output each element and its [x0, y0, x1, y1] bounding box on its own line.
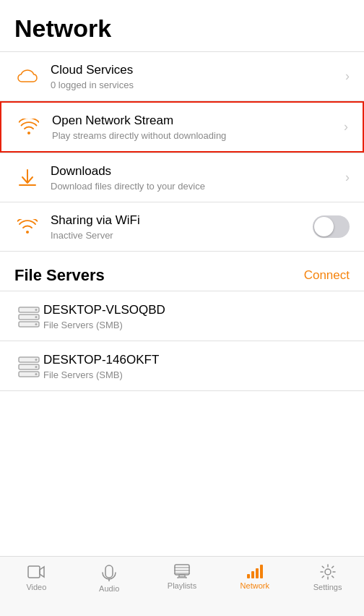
sharing-wifi-title: Sharing via WiFi: [51, 213, 313, 228]
server-2-icon: [14, 351, 43, 380]
network-stream-chevron: ›: [344, 119, 348, 134]
tab-playlists[interactable]: Playlists: [160, 564, 204, 590]
download-icon: [14, 165, 40, 191]
connect-button[interactable]: Connect: [304, 268, 350, 283]
svg-rect-16: [247, 574, 250, 578]
tab-settings[interactable]: Settings: [306, 564, 350, 591]
tab-bar: Video Audio Playlists Network: [0, 556, 364, 616]
sharing-wifi-subtitle: Inactive Server: [51, 230, 313, 241]
server-1-name: DESKTOP-VLSOQBD: [43, 302, 350, 318]
settings-tab-label: Settings: [313, 583, 342, 591]
cloud-services-title: Cloud Services: [51, 62, 339, 78]
sharing-toggle[interactable]: [313, 215, 350, 238]
cloud-icon: [14, 64, 40, 90]
server-2-type: File Servers (SMB): [43, 369, 350, 380]
cloud-services-chevron: ›: [345, 69, 350, 84]
svg-point-20: [325, 569, 331, 575]
settings-tab-icon: [320, 564, 336, 580]
page-title: Network: [0, 0, 364, 51]
svg-point-3: [35, 309, 38, 311]
audio-tab-icon: [102, 564, 116, 581]
sharing-wifi-item[interactable]: Sharing via WiFi Inactive Server: [0, 202, 364, 251]
content-area: Network Cloud Services 0 logged in servi…: [0, 0, 364, 556]
toggle-knob: [314, 217, 334, 236]
svg-point-11: [35, 373, 38, 375]
downloads-title: Downloads: [51, 163, 339, 179]
svg-rect-15: [178, 577, 186, 578]
audio-tab-label: Audio: [99, 584, 119, 593]
downloads-item[interactable]: Downloads Download files directly to you…: [0, 153, 364, 202]
network-stream-subtitle: Play streams directly without downloadin…: [52, 130, 338, 141]
tab-audio[interactable]: Audio: [87, 564, 131, 593]
svg-rect-19: [260, 565, 263, 578]
server-1-type: File Servers (SMB): [43, 320, 350, 330]
svg-rect-17: [251, 571, 254, 578]
network-tab-label: Network: [240, 581, 269, 590]
tab-network[interactable]: Network: [233, 564, 277, 590]
tab-video[interactable]: Video: [14, 564, 58, 591]
video-tab-label: Video: [26, 583, 46, 591]
divider-7: [0, 390, 364, 391]
svg-rect-12: [28, 566, 40, 578]
file-servers-title: File Servers: [14, 266, 105, 285]
server-2-name: DESKTOP-146OKFT: [43, 352, 350, 368]
svg-point-9: [35, 359, 38, 361]
server-1-icon: [14, 301, 43, 330]
wifi-icon: [14, 214, 40, 240]
network-stream-text: Open Network Stream Play streams directl…: [52, 113, 338, 141]
server-1-text: DESKTOP-VLSOQBD File Servers (SMB): [43, 302, 350, 330]
downloads-subtitle: Download files directly to your device: [51, 181, 339, 192]
open-network-stream-item[interactable]: Open Network Stream Play streams directl…: [0, 101, 364, 153]
server-2-item[interactable]: DESKTOP-146OKFT File Servers (SMB): [0, 341, 364, 390]
network-stream-title: Open Network Stream: [52, 113, 338, 129]
cloud-services-text: Cloud Services 0 logged in services: [51, 62, 339, 90]
file-servers-header: File Servers Connect: [0, 252, 364, 291]
playlists-tab-label: Playlists: [168, 581, 196, 590]
video-tab-icon: [27, 564, 45, 580]
network-tab-icon: [246, 564, 264, 578]
svg-point-4: [35, 316, 38, 318]
server-2-text: DESKTOP-146OKFT File Servers (SMB): [43, 352, 350, 380]
downloads-chevron: ›: [345, 170, 350, 185]
svg-rect-18: [256, 568, 259, 578]
playlists-tab-icon: [173, 564, 191, 578]
svg-point-5: [35, 323, 38, 325]
wifi-stream-icon: [16, 114, 42, 140]
cloud-services-item[interactable]: Cloud Services 0 logged in services ›: [0, 52, 364, 100]
server-1-item[interactable]: DESKTOP-VLSOQBD File Servers (SMB): [0, 291, 364, 341]
downloads-text: Downloads Download files directly to you…: [51, 163, 339, 192]
cloud-services-subtitle: 0 logged in services: [51, 80, 339, 90]
svg-point-10: [35, 366, 38, 368]
sharing-wifi-text: Sharing via WiFi Inactive Server: [51, 213, 313, 241]
